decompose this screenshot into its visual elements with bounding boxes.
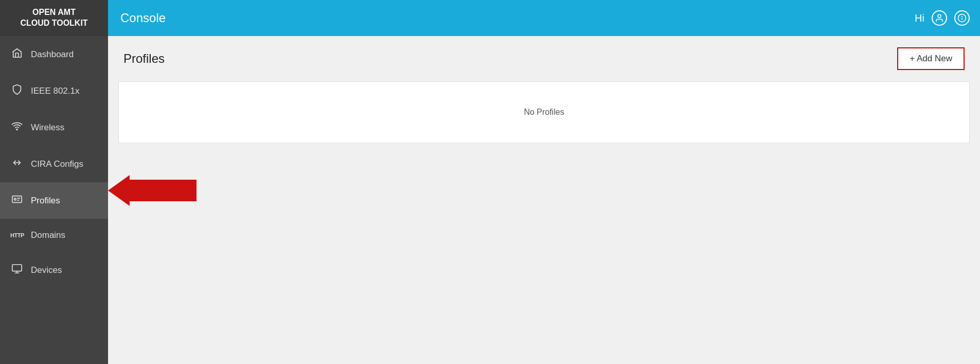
svg-point-6 [14, 198, 16, 200]
add-new-button[interactable]: + Add New [897, 47, 965, 70]
sidebar-item-cira-configs[interactable]: CIRA Configs [0, 146, 108, 182]
svg-rect-7 [12, 265, 22, 271]
header-title: Console [120, 11, 166, 25]
user-icon-svg [935, 13, 944, 23]
sidebar-label-cira-configs: CIRA Configs [31, 159, 83, 169]
svg-rect-5 [12, 196, 22, 203]
monitor-icon-svg [11, 263, 23, 274]
monitor-icon [10, 263, 24, 277]
arrow-body [130, 180, 197, 201]
sidebar-label-ieee8021x: IEEE 802.1x [31, 86, 80, 96]
http-icon: HTTP [10, 232, 24, 238]
arrows-icon [10, 157, 24, 171]
sidebar-item-devices[interactable]: Devices [0, 252, 108, 288]
arrow-annotation [108, 175, 197, 206]
sidebar-label-dashboard: Dashboard [31, 49, 74, 60]
shield-icon [10, 84, 24, 98]
wifi-icon-svg [11, 120, 23, 132]
header-left: OPEN AMT CLOUD TOOLKIT Console [0, 0, 166, 36]
app-header: OPEN AMT CLOUD TOOLKIT Console Hi [0, 0, 980, 36]
sidebar-item-ieee8021x[interactable]: IEEE 802.1x [0, 73, 108, 109]
id-card-icon-svg [11, 194, 23, 205]
id-card-icon [10, 194, 24, 207]
arrows-icon-svg [11, 157, 23, 168]
logo-area: OPEN AMT CLOUD TOOLKIT [0, 0, 108, 36]
profiles-content-area: No Profiles [118, 81, 970, 143]
user-icon[interactable] [932, 10, 947, 26]
page-header: Profiles + Add New [108, 36, 980, 81]
arrow-head [108, 175, 130, 206]
svg-point-0 [938, 14, 941, 18]
page-title: Profiles [123, 51, 165, 66]
header-right: Hi [915, 10, 970, 26]
sidebar-item-domains[interactable]: HTTP Domains [0, 219, 108, 252]
sidebar-item-profiles[interactable]: Profiles [0, 182, 108, 219]
red-arrow [108, 175, 197, 206]
sidebar-item-wireless[interactable]: Wireless [0, 109, 108, 146]
wifi-icon [10, 120, 24, 134]
empty-message: No Profiles [524, 108, 564, 117]
main-content: Profiles + Add New No Profiles [108, 36, 980, 364]
main-layout: Dashboard IEEE 802.1x Wireless [0, 36, 980, 364]
logo-text: OPEN AMT CLOUD TOOLKIT [20, 7, 87, 29]
sidebar: Dashboard IEEE 802.1x Wireless [0, 36, 108, 364]
shield-icon-svg [11, 84, 23, 95]
info-icon-svg [957, 13, 967, 23]
sidebar-label-devices: Devices [31, 265, 62, 275]
sidebar-label-wireless: Wireless [31, 123, 64, 133]
sidebar-label-domains: Domains [31, 230, 65, 240]
home-icon-svg [11, 47, 23, 59]
sidebar-item-dashboard[interactable]: Dashboard [0, 36, 108, 73]
info-icon[interactable] [954, 10, 970, 26]
home-icon [10, 47, 24, 61]
svg-point-4 [16, 129, 17, 130]
header-greeting: Hi [915, 12, 924, 24]
sidebar-label-profiles: Profiles [31, 196, 60, 206]
